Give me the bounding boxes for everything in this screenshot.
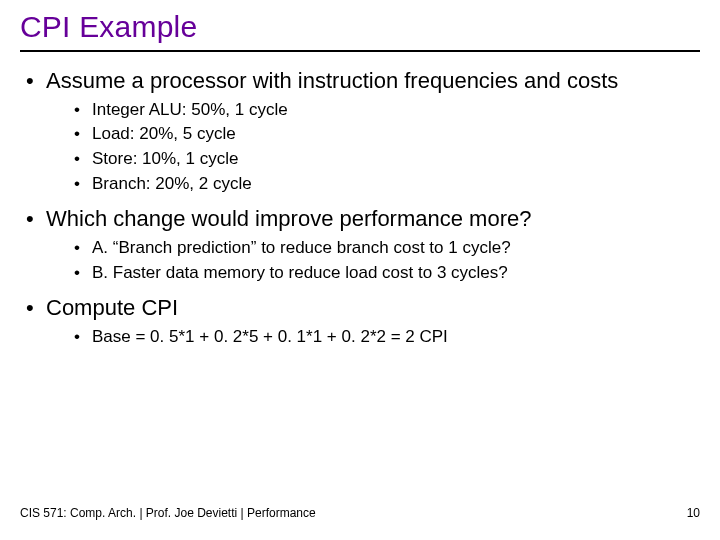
bullet-item: Assume a processor with instruction freq…: [20, 66, 700, 196]
page-number: 10: [687, 506, 700, 520]
slide: CPI Example Assume a processor with inst…: [0, 0, 720, 540]
sub-bullet-item: Load: 20%, 5 cycle: [46, 122, 700, 147]
sub-bullet-list: A. “Branch prediction” to reduce branch …: [46, 236, 700, 285]
bullet-item: Which change would improve performance m…: [20, 204, 700, 285]
sub-bullet-list: Base = 0. 5*1 + 0. 2*5 + 0. 1*1 + 0. 2*2…: [46, 325, 700, 350]
footer-left: CIS 571: Comp. Arch. | Prof. Joe Deviett…: [20, 506, 316, 520]
bullet-text: Compute CPI: [46, 295, 178, 320]
bullet-text: Which change would improve performance m…: [46, 206, 531, 231]
sub-bullet-item: Base = 0. 5*1 + 0. 2*5 + 0. 1*1 + 0. 2*2…: [46, 325, 700, 350]
bullet-list: Assume a processor with instruction freq…: [20, 66, 700, 350]
bullet-item: Compute CPI Base = 0. 5*1 + 0. 2*5 + 0. …: [20, 293, 700, 349]
slide-title: CPI Example: [20, 10, 700, 48]
footer: CIS 571: Comp. Arch. | Prof. Joe Deviett…: [20, 506, 700, 520]
sub-bullet-item: Store: 10%, 1 cycle: [46, 147, 700, 172]
sub-bullet-item: Branch: 20%, 2 cycle: [46, 172, 700, 197]
sub-bullet-item: Integer ALU: 50%, 1 cycle: [46, 98, 700, 123]
title-rule: [20, 50, 700, 52]
sub-bullet-list: Integer ALU: 50%, 1 cycle Load: 20%, 5 c…: [46, 98, 700, 197]
bullet-text: Assume a processor with instruction freq…: [46, 68, 618, 93]
sub-bullet-item: B. Faster data memory to reduce load cos…: [46, 261, 700, 286]
sub-bullet-item: A. “Branch prediction” to reduce branch …: [46, 236, 700, 261]
